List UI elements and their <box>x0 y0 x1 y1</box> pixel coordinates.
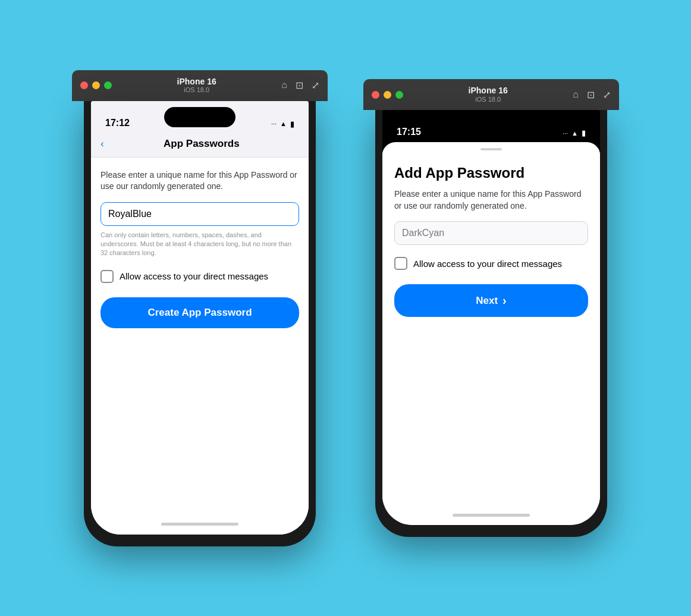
right-phone-frame: 17:15 ▮ Add App Password Please enter a … <box>375 110 607 537</box>
left-phone-frame: 17:12 ‹ App Passwords Please enter a uni… <box>84 101 316 546</box>
left-title-bar: iPhone 16 iOS 18.0 ⌂ ⊡ ⤢ <box>72 70 328 101</box>
right-green-light[interactable] <box>395 91 403 99</box>
next-chevron-icon <box>502 294 507 307</box>
next-button-label: Next <box>476 295 498 307</box>
left-status-bar: 17:12 <box>91 101 309 133</box>
right-camera-icon[interactable]: ⊡ <box>587 89 595 100</box>
right-status-bar: 17:15 ▮ <box>382 110 600 142</box>
rotate-icon[interactable]: ⤢ <box>312 80 319 91</box>
home-icon[interactable]: ⌂ <box>281 80 287 91</box>
green-light[interactable] <box>104 81 112 89</box>
right-tb-icons: ⌂ ⊡ ⤢ <box>573 89 611 100</box>
left-checkbox-label: Allow access to your direct messages <box>120 271 268 281</box>
right-os-version: iOS 18.0 <box>475 96 501 103</box>
left-checkbox[interactable] <box>100 270 114 283</box>
right-checkbox-label: Allow access to your direct messages <box>413 259 562 269</box>
left-dynamic-island <box>164 107 235 127</box>
right-rotate-icon[interactable]: ⤢ <box>603 89 611 100</box>
camera-icon[interactable]: ⊡ <box>296 80 303 91</box>
right-red-light[interactable] <box>372 91 379 99</box>
left-home-indicator <box>91 514 309 535</box>
left-password-name-input[interactable] <box>100 202 299 226</box>
left-wifi-icon <box>280 120 287 128</box>
left-home-bar <box>161 523 238 526</box>
right-phone-screen: 17:15 ▮ Add App Password Please enter a … <box>382 110 600 525</box>
right-title-bar: iPhone 16 iOS 18.0 ⌂ ⊡ ⤢ <box>363 79 619 110</box>
right-yellow-light[interactable] <box>384 91 391 99</box>
left-os-version: iOS 18.0 <box>184 86 209 94</box>
left-nav-bar: ‹ App Passwords <box>91 133 309 158</box>
right-time: 17:15 <box>397 127 421 137</box>
left-nav-title: App Passwords <box>104 138 299 150</box>
right-home-indicator <box>382 505 600 525</box>
right-sheet-content: Add App Password Please enter a unique n… <box>382 148 600 505</box>
right-description: Please enter a unique name for this App … <box>394 188 588 212</box>
right-home-icon[interactable]: ⌂ <box>573 89 579 100</box>
right-title-center: iPhone 16 iOS 18.0 <box>403 86 573 103</box>
right-checkbox[interactable] <box>394 257 407 270</box>
create-app-password-label: Create App Password <box>147 307 252 319</box>
left-device-name: iPhone 16 <box>177 77 216 87</box>
right-checkbox-row: Allow access to your direct messages <box>394 257 588 270</box>
left-status-right <box>271 120 294 128</box>
right-dynamic-island <box>456 116 527 136</box>
right-battery-icon: ▮ <box>582 128 586 137</box>
left-screen-content: Please enter a unique name for this App … <box>91 158 309 514</box>
left-battery-icon <box>290 120 294 128</box>
right-password-name-input[interactable] <box>394 221 588 245</box>
left-checkbox-row: Allow access to your direct messages <box>100 270 299 283</box>
right-home-bar <box>453 514 530 517</box>
left-title-center: iPhone 16 iOS 18.0 <box>112 77 281 95</box>
left-tb-icons: ⌂ ⊡ ⤢ <box>281 80 319 91</box>
yellow-light[interactable] <box>92 81 100 89</box>
left-dots-icon <box>271 120 277 128</box>
right-sheet-body: Add App Password Please enter a unique n… <box>382 160 600 329</box>
left-time: 17:12 <box>105 118 130 128</box>
next-button[interactable]: Next <box>394 284 588 317</box>
right-sheet-title: Add App Password <box>394 165 588 181</box>
left-hint-text: Can only contain letters, numbers, space… <box>100 231 299 258</box>
left-simulator: iPhone 16 iOS 18.0 ⌂ ⊡ ⤢ 17:12 ‹ <box>72 70 328 546</box>
right-status-right: ▮ <box>563 128 586 137</box>
create-app-password-button[interactable]: Create App Password <box>100 297 299 328</box>
right-simulator: iPhone 16 iOS 18.0 ⌂ ⊡ ⤢ 17:15 ▮ <box>363 79 619 537</box>
left-phone-screen: 17:12 ‹ App Passwords Please enter a uni… <box>91 101 309 535</box>
red-light[interactable] <box>80 81 88 89</box>
left-description: Please enter a unique name for this App … <box>100 169 299 193</box>
right-device-name: iPhone 16 <box>469 86 508 96</box>
right-wifi-icon <box>571 129 578 137</box>
right-sheet-container: Add App Password Please enter a unique n… <box>382 142 600 505</box>
right-dots-icon <box>563 129 568 137</box>
right-traffic-lights <box>372 91 403 99</box>
sheet-handle <box>480 148 502 150</box>
left-traffic-lights <box>80 81 112 89</box>
